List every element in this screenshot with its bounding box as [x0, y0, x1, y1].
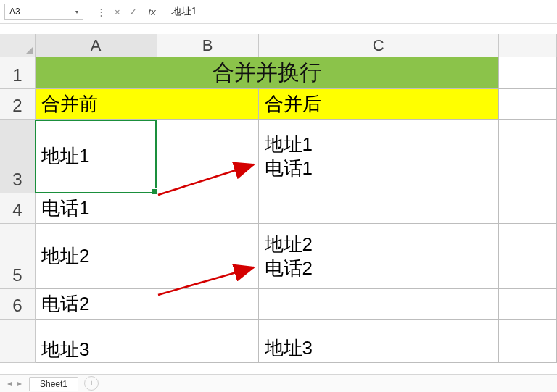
row-header-1[interactable]: 1: [0, 57, 36, 89]
name-box[interactable]: A3 ▾: [4, 4, 83, 20]
tab-nav-next-icon[interactable]: ▸: [17, 378, 22, 388]
column-header-row: A B C: [0, 34, 557, 57]
column-header-B[interactable]: B: [157, 34, 259, 57]
cell-A7[interactable]: 地址3: [36, 320, 157, 363]
row-header-3[interactable]: 3: [0, 120, 36, 193]
cell-A6[interactable]: 电话2: [36, 289, 157, 320]
spreadsheet-grid[interactable]: A B C 1 合并并换行 2 合并前 合并后 3 地址1 地址1 电话1: [0, 34, 557, 363]
cell-D6[interactable]: [499, 289, 557, 320]
cell-C3-line2: 电话1: [265, 157, 313, 180]
cell-B5[interactable]: [157, 224, 259, 289]
cell-B4[interactable]: [157, 193, 259, 224]
cell-D5[interactable]: [499, 224, 557, 289]
sheet-tab-bar: ◂ ▸ Sheet1 +: [0, 374, 557, 392]
row-header-2[interactable]: 2: [0, 89, 36, 120]
row-header-5[interactable]: 5: [0, 224, 36, 289]
cell-C7-line1: 地址3: [265, 336, 313, 360]
row-header-6[interactable]: 6: [0, 289, 36, 320]
cell-A3[interactable]: 地址1: [36, 120, 157, 193]
confirm-icon[interactable]: ✓: [129, 7, 137, 17]
cell-B3[interactable]: [157, 120, 259, 193]
cell-A2[interactable]: 合并前: [36, 89, 157, 120]
column-header-C[interactable]: C: [259, 34, 499, 57]
formula-input-value: 地址1: [171, 5, 197, 18]
cancel-icon[interactable]: ×: [115, 7, 120, 17]
sheet-tab-1[interactable]: Sheet1: [29, 377, 78, 391]
select-all-corner[interactable]: [0, 34, 36, 57]
cell-C6[interactable]: [259, 289, 500, 320]
cell-C5[interactable]: 地址2 电话2: [259, 224, 500, 289]
name-box-value: A3: [9, 7, 20, 17]
cell-D3[interactable]: [499, 120, 557, 193]
cell-A5[interactable]: 地址2: [36, 224, 157, 289]
cell-B6[interactable]: [157, 289, 259, 320]
cell-title-merged[interactable]: 合并并换行: [36, 57, 499, 89]
add-sheet-button[interactable]: +: [84, 376, 99, 391]
cell-A4[interactable]: 电话1: [36, 193, 157, 224]
cell-C7[interactable]: 地址3: [259, 320, 500, 363]
cell-B2[interactable]: [157, 89, 259, 120]
column-header-A[interactable]: A: [36, 34, 157, 57]
cell-D2[interactable]: [499, 89, 557, 120]
formula-input[interactable]: 地址1: [162, 4, 553, 19]
cell-C4[interactable]: [259, 193, 500, 224]
cell-C2[interactable]: 合并后: [259, 89, 500, 120]
row-header-7[interactable]: [0, 320, 36, 363]
column-header-D[interactable]: [499, 34, 557, 57]
tab-nav-prev-icon[interactable]: ◂: [7, 378, 12, 388]
cell-C3[interactable]: 地址1 电话1: [259, 120, 500, 193]
cell-C3-line1: 地址1: [265, 133, 313, 157]
divider-icon: ⋮: [96, 7, 106, 17]
formula-bar: A3 ▾ ⋮ × ✓ fx 地址1: [0, 0, 557, 23]
cell-C5-line1: 地址2: [265, 233, 313, 257]
cell-D4[interactable]: [499, 193, 557, 224]
cell-C5-line2: 电话2: [265, 257, 313, 280]
formula-bar-buttons: ⋮ × ✓: [91, 7, 143, 17]
name-box-dropdown-icon[interactable]: ▾: [75, 9, 78, 15]
cell-B7[interactable]: [157, 320, 259, 363]
row-header-4[interactable]: 4: [0, 193, 36, 224]
cell-D1[interactable]: [499, 57, 557, 89]
fx-label[interactable]: fx: [143, 7, 162, 17]
cell-D7[interactable]: [499, 320, 557, 363]
